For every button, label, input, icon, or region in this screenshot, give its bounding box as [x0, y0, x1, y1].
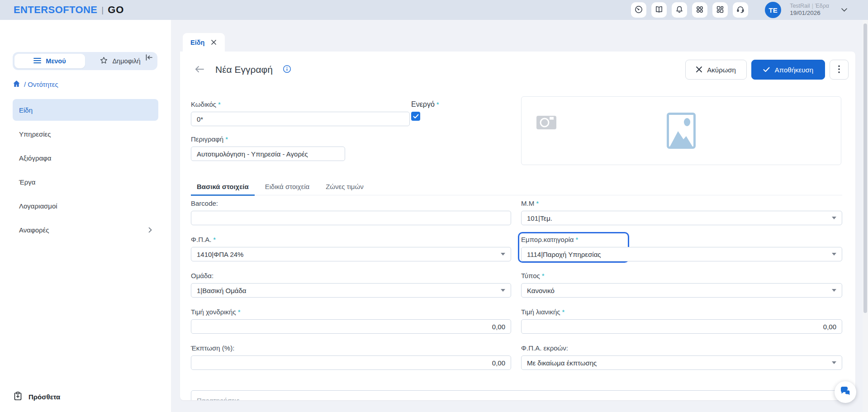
- clipboard-plus-icon: [14, 392, 22, 402]
- home-icon: [13, 80, 20, 89]
- user-menu-chevron[interactable]: [841, 8, 847, 12]
- page-scrollbar-track[interactable]: [863, 20, 868, 412]
- tab-special-details[interactable]: Ειδικά στοιχεία: [259, 183, 315, 196]
- notes-field-group: [191, 390, 842, 400]
- header-actions: TE TestRail|Έδρα 19/01/2026: [631, 2, 868, 18]
- user-org: TestRail: [790, 3, 810, 9]
- gauge-button[interactable]: [631, 2, 646, 18]
- star-icon: [100, 57, 108, 66]
- dashboard-button[interactable]: [712, 2, 728, 18]
- save-button[interactable]: Αποθήκευση: [751, 60, 825, 80]
- sidebar-item-label: Λογαριασμοί: [19, 202, 57, 210]
- active-field-group: Ενεργό*: [411, 100, 439, 121]
- sidebar-item-eidi[interactable]: Είδη: [13, 99, 158, 121]
- sidebar-item-label: Αναφορές: [19, 226, 49, 234]
- required-marker: *: [436, 100, 439, 109]
- logo-go: GO: [108, 4, 124, 16]
- notes-input[interactable]: [191, 390, 842, 400]
- record-card: Νέα Εγγραφή Ακύρωση Αποθήκευση: [180, 52, 855, 400]
- required-marker: *: [536, 199, 539, 208]
- sidebar-item-label: Αξιόγραφα: [19, 154, 52, 162]
- collapse-sidebar-button[interactable]: [145, 53, 153, 63]
- sidebar-item-axiografa[interactable]: Αξιόγραφα: [13, 146, 158, 170]
- x-icon: [696, 66, 702, 74]
- retail-price-input[interactable]: [521, 319, 842, 334]
- info-button[interactable]: [283, 65, 291, 75]
- sidebar-item-ypiresies[interactable]: Υπηρεσίες: [13, 122, 158, 146]
- caret-down-icon: [501, 253, 505, 256]
- required-marker: *: [213, 236, 216, 244]
- section-tabs: Βασικά στοιχεία Ειδικά στοιχεία Ζώνες τι…: [191, 183, 842, 195]
- sidebar-item-label: Είδη: [19, 106, 33, 114]
- code-input[interactable]: [191, 112, 410, 126]
- sidebar: Μενού Δημοφιλή / Οντότητες Είδη Υπηρεσίε…: [0, 20, 171, 412]
- tab-menu-label: Μενού: [46, 57, 66, 65]
- type-select[interactable]: [521, 283, 842, 298]
- tab-basic-details[interactable]: Βασικά στοιχεία: [191, 183, 255, 196]
- required-marker: *: [225, 135, 228, 143]
- page-scrollbar-thumb[interactable]: [863, 24, 867, 313]
- apps-button[interactable]: [692, 2, 707, 18]
- required-marker: *: [218, 100, 221, 109]
- sidebar-item-anafores[interactable]: Αναφορές: [13, 218, 158, 242]
- barcode-label: Barcode:: [191, 199, 218, 208]
- active-checkbox[interactable]: [411, 112, 420, 121]
- uom-select[interactable]: [521, 211, 842, 225]
- cancel-button[interactable]: Ακύρωση: [685, 60, 747, 80]
- uom-field-group: Μ.Μ*: [521, 199, 842, 225]
- caret-down-icon: [832, 361, 836, 364]
- sidebar-item-erga[interactable]: Έργα: [13, 170, 158, 194]
- description-input[interactable]: [191, 147, 345, 161]
- tab-price-zones[interactable]: Ζώνες τιμών: [320, 183, 370, 196]
- open-tab-eidi[interactable]: Είδη: [183, 33, 225, 52]
- uom-value: [522, 211, 842, 225]
- book-button[interactable]: [651, 2, 667, 18]
- extras-button[interactable]: Πρόσθετα: [14, 392, 60, 402]
- group-field-group: Ομάδα:: [191, 272, 511, 298]
- barcode-field-group: Barcode:: [191, 199, 511, 225]
- group-select[interactable]: [191, 283, 511, 298]
- collapse-icon: [145, 56, 153, 63]
- item-image-dropzone[interactable]: [521, 96, 841, 165]
- page-title: Νέα Εγγραφή: [215, 64, 273, 75]
- commercial-category-select[interactable]: [521, 247, 842, 261]
- image-placeholder-icon: [667, 113, 696, 149]
- open-tab-label: Είδη: [190, 39, 204, 46]
- headset-icon: [736, 5, 745, 15]
- chevron-right-icon: [148, 227, 152, 233]
- commercial-category-field-group: Εμπορ.κατηγορία*: [521, 236, 842, 261]
- session-date: 19/01/2026: [790, 9, 829, 17]
- sidebar-item-logariasmoi[interactable]: Λογαριασμοί: [13, 194, 158, 218]
- tab-menu[interactable]: Μενού: [14, 54, 85, 68]
- more-actions-button[interactable]: [830, 60, 849, 80]
- sidebar-menu: Είδη Υπηρεσίες Αξιόγραφα Έργα Λογαριασμο…: [13, 99, 158, 242]
- output-vat-select[interactable]: [521, 355, 842, 370]
- wholesale-price-input[interactable]: [191, 319, 511, 334]
- close-tab-button[interactable]: [210, 39, 217, 46]
- discount-input[interactable]: [191, 355, 511, 370]
- check-icon: [763, 66, 770, 74]
- breadcrumb[interactable]: / Οντότητες: [13, 80, 171, 89]
- caret-down-icon: [832, 217, 836, 219]
- back-button[interactable]: [194, 65, 204, 75]
- active-label: Ενεργό: [411, 100, 435, 109]
- bell-button[interactable]: [672, 2, 687, 18]
- user-separator: |: [812, 3, 813, 9]
- vat-select[interactable]: [191, 247, 511, 261]
- output-vat-label: Φ.Π.Α. εκροών:: [521, 344, 568, 352]
- user-avatar[interactable]: TE: [765, 2, 781, 18]
- vat-value: [191, 247, 511, 261]
- required-marker: *: [575, 236, 578, 244]
- support-button[interactable]: [733, 2, 748, 18]
- barcode-input[interactable]: [191, 211, 511, 225]
- details-form: Barcode: Μ.Μ* Φ.Π.Α.* Εμπορ.κατηγορία*: [191, 199, 842, 370]
- chat-fab-button[interactable]: [835, 381, 856, 403]
- wholesale-price-field-group: Τιμή χονδρικής*: [191, 308, 511, 334]
- discount-label: Έκπτωση (%):: [191, 344, 234, 352]
- type-field-group: Τύπος*: [521, 272, 842, 298]
- description-field-group: Περιγραφή*: [191, 135, 345, 161]
- output-vat-value: [522, 356, 842, 369]
- hamburger-icon: [33, 57, 41, 65]
- discount-field-group: Έκπτωση (%):: [191, 344, 511, 370]
- group-label: Ομάδα:: [191, 272, 213, 280]
